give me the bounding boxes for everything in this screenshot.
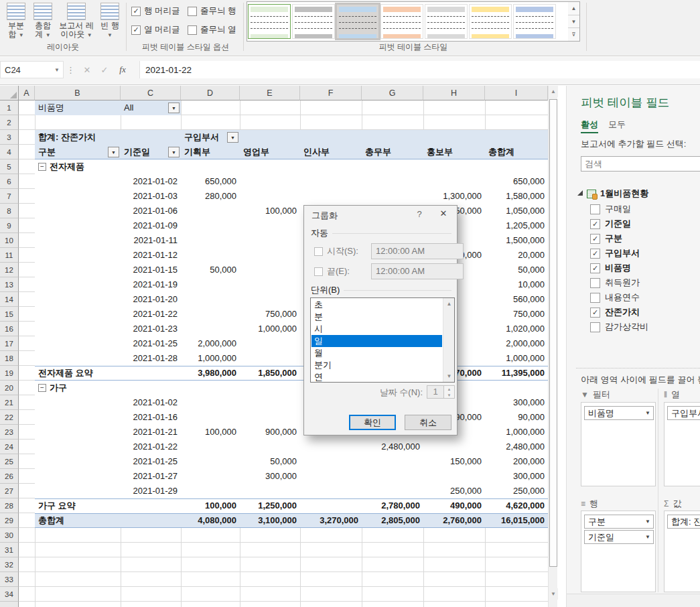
cell-H29[interactable]: 2,760,000: [423, 513, 485, 528]
cell-E28[interactable]: 1,250,000: [240, 498, 300, 513]
cell-I4[interactable]: 총합계: [485, 145, 548, 159]
row-header-22[interactable]: 22: [0, 410, 19, 425]
cell-E23[interactable]: 900,000: [240, 425, 300, 440]
cell-I13[interactable]: 10,000: [485, 277, 548, 292]
name-box-dropdown-icon[interactable]: ▼: [54, 67, 63, 73]
tab-all[interactable]: 모두: [608, 119, 626, 131]
listbox-scroll-up-icon[interactable]: ▲: [443, 298, 455, 310]
cell-B19[interactable]: 전자제품 요약: [35, 366, 121, 381]
blank-rows-button[interactable]: 빈 행 ▼: [96, 1, 123, 40]
field-item-8[interactable]: 감가상각비: [590, 321, 648, 333]
unit-option-1[interactable]: 분: [311, 311, 442, 323]
row-header-7[interactable]: 7: [0, 189, 19, 204]
chip-dropdown-icon[interactable]: ▼: [645, 515, 650, 528]
row-header-12[interactable]: 12: [0, 263, 19, 277]
field-item-4[interactable]: 비품명: [590, 262, 631, 274]
row-header-23[interactable]: 23: [0, 425, 19, 440]
values-area-box[interactable]: 합계: 잔존가치▼: [664, 511, 700, 592]
chip-dropdown-icon[interactable]: ▼: [645, 407, 650, 419]
cell-C16[interactable]: 2021-01-23: [121, 322, 181, 336]
end-checkbox[interactable]: [314, 267, 323, 276]
cell-C17[interactable]: 2021-01-25: [121, 336, 181, 351]
cell-B5[interactable]: −전자제품: [35, 159, 121, 174]
unchecked-checkbox-icon[interactable]: [590, 204, 600, 214]
row-header-21[interactable]: 21: [0, 395, 19, 410]
col-header-D[interactable]: D: [181, 86, 240, 100]
cell-D12[interactable]: 50,000: [181, 263, 240, 277]
rows-area-box[interactable]: 구분▼기준일▼: [581, 511, 656, 592]
unit-option-5[interactable]: 분기: [311, 359, 442, 371]
unchecked-checkbox-icon[interactable]: [590, 278, 600, 288]
cell-B28[interactable]: 가구 요약: [35, 498, 121, 513]
col-header-B[interactable]: B: [35, 86, 121, 100]
cell-C22[interactable]: 2021-01-16: [121, 410, 181, 425]
formula-input[interactable]: 2021-01-22: [139, 61, 700, 78]
cell-G28[interactable]: 2,780,000: [362, 498, 423, 513]
ok-button[interactable]: 확인: [349, 415, 396, 430]
style-option-1[interactable]: 줄무늬 행: [188, 5, 236, 17]
cell-C15[interactable]: 2021-01-22: [121, 307, 181, 322]
row-header-20[interactable]: 20: [0, 381, 19, 395]
cell-I27[interactable]: 250,000: [485, 484, 548, 498]
scroll-down-icon[interactable]: ▼: [549, 588, 558, 600]
cell-D18[interactable]: 1,000,000: [181, 351, 240, 366]
cell-D4[interactable]: 기획부: [181, 145, 240, 159]
scrollbar-thumb[interactable]: [549, 99, 557, 567]
unchecked-checkbox-icon[interactable]: [188, 7, 197, 16]
filters-area-box[interactable]: 비품명▼: [581, 402, 656, 486]
row-header-30[interactable]: 30: [0, 528, 19, 543]
cell-H25[interactable]: 150,000: [423, 454, 485, 469]
cell-I24[interactable]: 2,480,000: [485, 440, 548, 454]
style-thumb-green-bordered[interactable]: [248, 4, 291, 39]
checked-checkbox-icon[interactable]: [131, 7, 141, 16]
cancel-entry-icon[interactable]: ✕: [79, 61, 95, 78]
cell-C18[interactable]: 2021-01-28: [121, 351, 181, 366]
col-header-H[interactable]: H: [423, 86, 485, 100]
row-header-2[interactable]: 2: [0, 115, 19, 130]
cell-I21[interactable]: 300,000: [485, 395, 548, 410]
cell-I9[interactable]: 1,205,000: [485, 218, 548, 233]
values-field-chip[interactable]: 합계: 잔존가치▼: [667, 515, 700, 529]
cell-C4[interactable]: 기준일▼: [121, 145, 181, 159]
cell-C25[interactable]: 2021-01-25: [121, 454, 181, 469]
help-icon[interactable]: ?: [413, 209, 426, 219]
cell-B3[interactable]: 합계: 잔존가치: [35, 130, 121, 145]
listbox-scrollbar[interactable]: ▲ ▼: [443, 298, 454, 382]
cell-C11[interactable]: 2021-01-12: [121, 248, 181, 263]
row-header-6[interactable]: 6: [0, 174, 19, 189]
unchecked-checkbox-icon[interactable]: [590, 293, 600, 303]
cell-C24[interactable]: 2021-01-22: [121, 440, 181, 454]
checked-checkbox-icon[interactable]: [590, 234, 600, 244]
close-icon[interactable]: ✕: [434, 208, 453, 218]
start-date-field[interactable]: 12:00:00 AM: [371, 243, 464, 259]
cell-C6[interactable]: 2021-01-02: [121, 174, 181, 189]
col-header-G[interactable]: G: [362, 86, 423, 100]
days-spinner[interactable]: ▲▼: [444, 385, 455, 399]
tab-active[interactable]: 활성: [581, 119, 598, 133]
unit-option-6[interactable]: 연: [311, 371, 442, 383]
checked-checkbox-icon[interactable]: [590, 308, 600, 318]
cell-I25[interactable]: 200,000: [485, 454, 548, 469]
cell-C8[interactable]: 2021-01-06: [121, 204, 181, 218]
cell-C27[interactable]: 2021-01-29: [121, 484, 181, 498]
collapse-triangle-icon[interactable]: [577, 190, 583, 196]
cell-I26[interactable]: 300,000: [485, 469, 548, 484]
field-item-0[interactable]: 구매일: [590, 203, 631, 215]
gallery-up-icon[interactable]: ▲: [568, 2, 579, 15]
filters-field-chip[interactable]: 비품명▼: [584, 406, 654, 420]
cell-B1[interactable]: 비품명: [35, 100, 121, 115]
start-checkbox[interactable]: [314, 247, 323, 256]
rows-field-chip[interactable]: 구분▼: [584, 515, 654, 529]
units-listbox[interactable]: ▲ ▼ 초분시일월분기연: [310, 297, 455, 383]
columns-field-chip[interactable]: 구입부서▼: [667, 406, 700, 420]
cell-D19[interactable]: 3,980,000: [181, 366, 240, 381]
cell-C7[interactable]: 2021-01-03: [121, 189, 181, 204]
gallery-down-icon[interactable]: ▼: [568, 15, 579, 29]
unit-option-4[interactable]: 월: [311, 347, 442, 359]
cell-I23[interactable]: 1,000,000: [485, 425, 548, 440]
cell-H7[interactable]: 1,300,000: [423, 189, 485, 204]
filter-dropdown-icon[interactable]: ▼: [227, 132, 238, 143]
filter-dropdown-icon[interactable]: ▼: [168, 147, 180, 157]
row-header-25[interactable]: 25: [0, 454, 19, 469]
row-header-24[interactable]: 24: [0, 440, 19, 454]
